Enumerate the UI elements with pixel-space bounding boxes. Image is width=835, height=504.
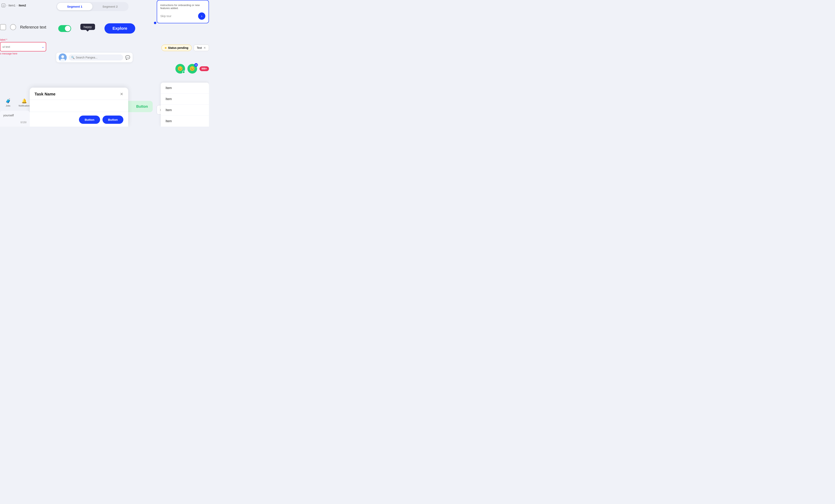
- task-modal: Task Name ✕ Button Button: [30, 88, 128, 127]
- close-icon[interactable]: ✕: [204, 46, 206, 49]
- tour-card: instructions for onboarding or new featu…: [157, 0, 209, 23]
- nav-label-jobs: Jobs: [6, 104, 10, 107]
- toggle-knob: [65, 26, 70, 31]
- chips-row: Status pending Text ✕: [161, 45, 209, 51]
- jobs-icon: 🧳: [5, 99, 11, 104]
- breadcrumb-sep2: ›: [17, 4, 18, 7]
- task-textarea[interactable]: [30, 100, 128, 112]
- explore-button[interactable]: Explore: [104, 23, 135, 34]
- tour-next-button[interactable]: ›: [198, 13, 205, 20]
- self-card: yourself 0/150: [0, 111, 30, 127]
- form-error-wrap: label * ⌄ o message here: [0, 38, 46, 55]
- segment-control: Segment 1 Segment 2: [56, 2, 128, 11]
- task-modal-title: Task Name: [35, 92, 56, 97]
- self-counter: 0/150: [3, 121, 26, 124]
- chat-icon[interactable]: 💬: [125, 55, 130, 60]
- home-icon[interactable]: ⌂: [2, 4, 5, 7]
- skip-tour-link[interactable]: Skip tour: [160, 15, 171, 18]
- form-input-field[interactable]: [0, 43, 40, 51]
- breadcrumb-item2: Item2: [19, 4, 26, 7]
- ref-row: Reference text: [0, 24, 46, 30]
- dropdown-item-1[interactable]: Item: [161, 94, 209, 105]
- avatar-online-badge: [182, 71, 185, 74]
- task-modal-footer: Button Button: [30, 113, 128, 127]
- text-chip: Text ✕: [194, 45, 209, 51]
- radio-button[interactable]: [10, 24, 16, 30]
- dropdown-item-3[interactable]: Item: [161, 116, 209, 127]
- tour-dot: [154, 22, 156, 24]
- status-chip: Status pending: [161, 45, 192, 51]
- dropdown-item-2[interactable]: Item: [161, 105, 209, 116]
- avatar-emoji-1: 😊: [176, 64, 185, 74]
- tooltip-badge: happy: [80, 24, 95, 30]
- segment-btn-1[interactable]: Segment 1: [57, 3, 93, 10]
- nav-item-jobs[interactable]: 🧳 Jobs: [0, 97, 16, 108]
- search-bar: 🔍 💬: [56, 53, 133, 62]
- status-dot: [165, 47, 166, 49]
- tooltip-bubble: happy: [80, 24, 95, 30]
- nav-label-notification: Notification: [19, 104, 29, 107]
- svg-point-1: [61, 55, 64, 58]
- avatar: [59, 54, 67, 61]
- form-input-error: ⌄: [0, 42, 46, 52]
- overflow-badge: 999+: [200, 66, 209, 71]
- toggle-wrap: [58, 25, 71, 32]
- search-input[interactable]: [76, 56, 121, 59]
- task-modal-close-icon[interactable]: ✕: [120, 92, 123, 97]
- task-modal-header: Task Name ✕: [30, 88, 128, 100]
- toggle-switch[interactable]: [58, 25, 71, 32]
- checkbox[interactable]: [0, 24, 6, 30]
- breadcrumb-item1[interactable]: Item1: [8, 4, 16, 7]
- reference-text: Reference text: [20, 25, 46, 29]
- chevron-down-icon[interactable]: ⌄: [40, 42, 46, 51]
- avatar-emoji-2: 😊 14: [187, 64, 197, 74]
- avatar-row: 😊 😊 14 999+: [176, 64, 209, 74]
- breadcrumb-sep1: ›: [6, 4, 7, 7]
- form-error-message: o message here: [0, 52, 46, 55]
- dropdown-list: Item Item Item Item: [161, 83, 209, 127]
- search-input-wrap: 🔍: [69, 55, 123, 60]
- task-btn-1[interactable]: Button: [79, 116, 100, 124]
- tour-body-text: instructions for onboarding or new featu…: [160, 4, 200, 9]
- status-label: Status pending: [168, 46, 188, 49]
- search-icon: 🔍: [71, 56, 75, 59]
- notification-icon: 🔔: [21, 99, 27, 104]
- self-text: yourself: [3, 114, 26, 117]
- notification-badge-14: 14: [194, 63, 198, 67]
- dropdown-item-0[interactable]: Item: [161, 83, 209, 94]
- segment-btn-2[interactable]: Segment 2: [93, 3, 128, 10]
- alert-button[interactable]: Button: [136, 104, 148, 109]
- text-chip-label: Text: [197, 46, 202, 49]
- breadcrumb: ⌂ › Item1 › Item2: [2, 4, 26, 7]
- task-btn-2[interactable]: Button: [102, 116, 123, 124]
- form-error-label: label *: [0, 38, 46, 41]
